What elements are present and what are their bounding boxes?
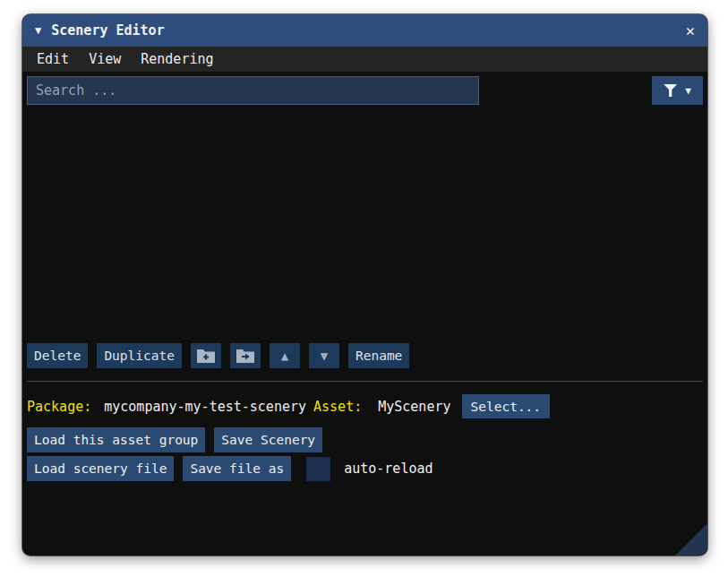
asset-label: Asset: xyxy=(313,399,362,415)
footer-separator xyxy=(27,381,703,382)
menu-item-edit[interactable]: Edit xyxy=(27,51,79,67)
move-to-group-button[interactable] xyxy=(230,343,261,368)
asset-value: MyScenery xyxy=(378,399,450,415)
new-group-button[interactable] xyxy=(191,343,221,368)
search-row: ▼ xyxy=(27,76,703,105)
collapse-icon[interactable]: ▼ xyxy=(35,24,41,37)
arrow-up-icon: ▲ xyxy=(281,349,288,362)
delete-button[interactable]: Delete xyxy=(27,343,88,368)
scenery-object-list[interactable] xyxy=(27,105,703,343)
load-scenery-file-button[interactable]: Load scenery file xyxy=(27,456,174,481)
select-asset-button[interactable]: Select... xyxy=(462,394,551,418)
move-up-button[interactable]: ▲ xyxy=(270,343,300,368)
filter-button[interactable]: ▼ xyxy=(652,76,703,105)
save-scenery-button[interactable]: Save Scenery xyxy=(214,427,322,452)
asset-actions-row: Load this asset group Save Scenery xyxy=(27,427,703,452)
window-title: Scenery Editor xyxy=(51,22,686,39)
scenery-editor-window: ▼ Scenery Editor ✕ Edit View Rendering ▼… xyxy=(22,14,707,555)
auto-reload-label: auto-reload xyxy=(344,461,433,477)
load-asset-group-button[interactable]: Load this asset group xyxy=(27,427,205,452)
menu-item-view[interactable]: View xyxy=(79,51,131,67)
window-content: ▼ Delete Duplicate ▲ xyxy=(22,72,707,555)
move-down-button[interactable]: ▼ xyxy=(309,343,339,368)
file-actions-row: Load scenery file Save file as auto-relo… xyxy=(27,456,703,481)
asset-bar: Package: mycompany-my-test-scenery Asset… xyxy=(27,394,703,418)
package-value: mycompany-my-test-scenery xyxy=(104,399,306,415)
funnel-icon xyxy=(664,84,677,97)
list-toolbar: Delete Duplicate ▲ ▼ Rename xyxy=(27,343,703,368)
rename-button[interactable]: Rename xyxy=(348,343,409,368)
title-bar[interactable]: ▼ Scenery Editor ✕ xyxy=(22,14,707,47)
arrow-down-icon: ▼ xyxy=(321,349,328,362)
menu-bar: Edit View Rendering xyxy=(22,47,707,72)
folder-arrow-icon xyxy=(236,349,255,364)
package-label: Package: xyxy=(27,399,91,415)
auto-reload-checkbox[interactable] xyxy=(306,457,330,481)
close-icon[interactable]: ✕ xyxy=(686,23,695,39)
menu-item-rendering[interactable]: Rendering xyxy=(131,51,223,67)
folder-plus-icon xyxy=(196,349,216,364)
search-input[interactable] xyxy=(27,76,479,105)
save-file-as-button[interactable]: Save file as xyxy=(183,456,291,481)
duplicate-button[interactable]: Duplicate xyxy=(97,343,182,368)
filter-dropdown-icon: ▼ xyxy=(685,86,691,96)
